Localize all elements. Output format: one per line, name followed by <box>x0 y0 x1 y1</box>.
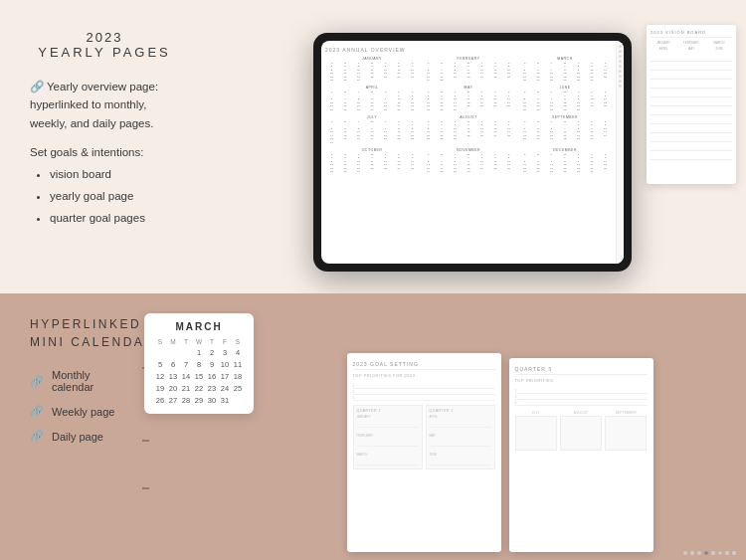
quarter-month-aug: AUGUST <box>560 411 602 451</box>
goal-item-1: vision board <box>50 164 179 186</box>
sidebar-dot <box>619 70 622 73</box>
cal-feb: FEBRUARY SMTWTFS 12345 6789101112 131415… <box>422 57 515 83</box>
quarter-2-cell: QUARTER 2 APRIL MAY JUNE <box>426 405 495 469</box>
daily-page-item: 🔗 Daily page <box>30 430 209 443</box>
cal-oct: OCTOBER SMTWTFS 1234567 891011121314 151… <box>325 148 419 174</box>
bottom-section: HYPERLINKED MINI CALENDARS 🔗 Monthlycale… <box>0 293 746 560</box>
daily-label: Daily page <box>52 431 103 443</box>
tablet-container: 2023 ANNUAL OVERVIEW JANUARY SMTWTFS 123… <box>199 0 746 293</box>
cal-jan: JANUARY SMTWTFS 1234567 891011121314 151… <box>325 57 419 83</box>
goal-item-3: quarter goal pages <box>50 208 179 230</box>
quarter-months-grid: JULY AUGUST SEPTEMBER <box>515 411 648 451</box>
cal-nov: NOVEMBER SMTWTFS 12345 6789101112 131415… <box>422 148 515 174</box>
year-label: 2023 <box>30 30 179 45</box>
calendar-row-3: JULY SMTWTFS 12 3456789 10111213141516 1… <box>325 115 612 144</box>
sidebar-dot <box>619 80 622 83</box>
vision-col-jun: JUNE <box>706 47 732 51</box>
sidebar-dot <box>619 50 622 53</box>
mini-calendar-card: MARCH S M T W T F S 1 2 3 4 5 6 7 8 9 10… <box>144 313 254 414</box>
quarter-grid: QUARTER 1 JANUARY FEBRUARY MARCH QUARTER… <box>353 405 495 469</box>
mini-cal-grid: S M T W T F S 1 2 3 4 5 6 7 8 9 10 11 12… <box>154 337 244 406</box>
goal-setting-page: 2023 GOAL SETTING TOP PRIORITIES FOR 202… <box>347 353 501 552</box>
monthly-label: Monthlycalendar <box>52 369 93 393</box>
calendar-row-4: OCTOBER SMTWTFS 1234567 891011121314 151… <box>325 148 612 174</box>
link-icon-monthly: 🔗 <box>30 375 44 388</box>
sidebar-dot <box>619 55 622 58</box>
goal-page-title: 2023 GOAL SETTING <box>353 361 495 370</box>
tablet-content: 2023 ANNUAL OVERVIEW JANUARY SMTWTFS 123… <box>321 41 616 264</box>
sidebar-dot <box>619 65 622 68</box>
vision-lines <box>651 54 732 160</box>
vision-col-mar: MARCH <box>706 41 732 45</box>
weekly-label: Weekly page <box>52 406 114 418</box>
goal-pages-container: 2023 GOAL SETTING TOP PRIORITIES FOR 202… <box>219 293 746 560</box>
sidebar-dot <box>619 60 622 63</box>
top-left-content: 2023 YEARLY PAGES 🔗 Yearly overview page… <box>0 0 199 293</box>
sidebar-dot <box>619 45 622 48</box>
calendar-row-1: JANUARY SMTWTFS 1234567 891011121314 151… <box>325 57 612 83</box>
vision-board-preview: 2023 VISION BOARD JANUARY FEBRUARY MARCH… <box>647 25 736 184</box>
quarter-month-sep: SEPTEMBER <box>605 411 647 451</box>
quarter-month-jul: JULY <box>515 411 557 451</box>
tablet-mockup: 2023 ANNUAL OVERVIEW JANUARY SMTWTFS 123… <box>313 33 632 272</box>
goal-item-2: yearly goal page <box>50 186 179 208</box>
cal-jun: JUNE SMTWTFS 1234 567891011 121314151617… <box>518 86 612 111</box>
cal-jul: JULY SMTWTFS 12 3456789 10111213141516 1… <box>325 115 419 144</box>
quarter-3-page: QUARTER 3 TOP PRIORITIES 1. 2. 3. JULY A… <box>509 358 653 552</box>
cal-mar: MARCH SMTWTFS 1234 567891011 12131415161… <box>518 57 612 83</box>
vision-col-feb: FEBRUARY <box>678 41 704 45</box>
vision-grid: JANUARY FEBRUARY MARCH APRIL MAY JUNE <box>651 41 732 51</box>
goals-label: Set goals & intentions: <box>30 146 179 158</box>
sidebar-dot <box>619 75 622 78</box>
tablet-sidebar <box>616 41 624 264</box>
top-section: 2023 YEARLY PAGES 🔗 Yearly overview page… <box>0 0 746 293</box>
priority-list: 1. 2. 3. <box>353 383 495 401</box>
cal-aug: AUGUST SMTWTFS 1234567 891011121314 1516… <box>422 115 515 144</box>
priorities-label: TOP PRIORITIES FOR 2023 <box>353 373 495 378</box>
mini-cal-month: MARCH <box>154 321 244 332</box>
link-icon-daily: 🔗 <box>30 430 44 443</box>
tablet-screen: 2023 ANNUAL OVERVIEW JANUARY SMTWTFS 123… <box>321 41 624 264</box>
quarter-priority-list: 1. 2. 3. <box>515 388 648 406</box>
vision-col-apr: APRIL <box>651 47 676 51</box>
tablet-header: 2023 ANNUAL OVERVIEW <box>325 47 612 53</box>
hyperlink-feature: 🔗 Yearly overview page: hyperlinked to m… <box>30 78 179 132</box>
section-title: YEARLY PAGES <box>30 45 179 60</box>
cal-may: MAY SMTWTFS 1234567 891011121314 1516171… <box>422 86 515 111</box>
goals-list: vision board yearly goal page quarter go… <box>30 164 179 230</box>
cal-sep: SEPTEMBER SMTWTFS 123 45678910 111213141… <box>518 115 612 144</box>
vision-col-may: MAY <box>678 47 704 51</box>
quarter-page-title: QUARTER 3 <box>515 366 648 375</box>
quarter-1-cell: QUARTER 1 JANUARY FEBRUARY MARCH <box>353 405 423 469</box>
cal-apr: APRIL SMTWTFS 12 3456789 10111213141516 … <box>325 86 419 111</box>
sidebar-dot <box>619 85 622 88</box>
vision-board-title: 2023 VISION BOARD <box>651 30 732 38</box>
quarter-priorities-label: TOP PRIORITIES <box>515 378 648 383</box>
cal-dec: DECEMBER SMTWTFS 1234 567891011 12131415… <box>518 148 612 174</box>
vision-col-jan: JANUARY <box>651 41 676 45</box>
calendar-row-2: APRIL SMTWTFS 12 3456789 10111213141516 … <box>325 86 612 111</box>
link-icon-weekly: 🔗 <box>30 405 44 418</box>
